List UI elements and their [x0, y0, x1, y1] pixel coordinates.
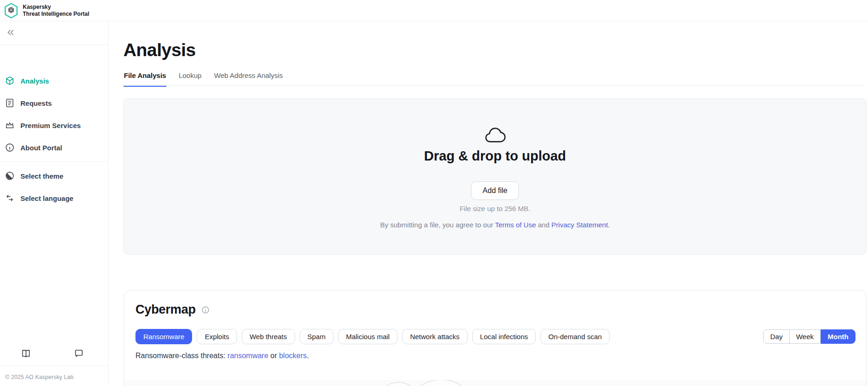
sidebar-item-requests[interactable]: Requests [0, 92, 108, 114]
terms-of-use-link[interactable]: Terms of Use [495, 221, 536, 229]
document-icon [5, 98, 15, 108]
agreement-prefix: By submitting a file, you agree to our [380, 221, 495, 229]
sidebar-item-label: Analysis [20, 77, 49, 85]
description-prefix: Ransomware-class threats: [135, 352, 227, 360]
file-size-note: File size up to 256 MB. [124, 205, 866, 212]
documentation-button[interactable] [20, 348, 32, 360]
tab-web-address-analysis[interactable]: Web Address Analysis [213, 71, 283, 86]
sidebar-item-about-portal[interactable]: About Portal [0, 136, 108, 159]
dropzone-heading: Drag & drop to upload [124, 148, 866, 164]
chip-spam[interactable]: Spam [300, 329, 334, 344]
brand-name: Kaspersky [23, 4, 89, 11]
globe-arc-shape [406, 380, 476, 386]
file-upload-dropzone[interactable]: Drag & drop to upload Add file File size… [123, 98, 867, 255]
agreement-suffix: . [608, 221, 610, 229]
sidebar: Analysis Requests Premium Services About… [0, 21, 109, 386]
chip-malicious-mail[interactable]: Malicious mail [338, 329, 398, 344]
feedback-button[interactable] [73, 348, 84, 360]
period-toggle: Day Week Month [763, 329, 855, 344]
sidebar-item-label: Requests [20, 99, 52, 107]
cube-icon [5, 76, 15, 86]
sidebar-item-label: About Portal [20, 144, 62, 152]
agreement-and: and [536, 221, 551, 229]
blockers-link[interactable]: blockers [279, 352, 307, 360]
chip-local-infections[interactable]: Local infections [472, 329, 536, 344]
sidebar-item-label: Select language [20, 194, 73, 202]
tab-file-analysis[interactable]: File Analysis [123, 71, 167, 86]
ransomware-link[interactable]: ransomware [227, 352, 268, 360]
double-chevron-left-icon [6, 29, 15, 36]
cybermap-globe-preview [124, 380, 866, 386]
theme-icon [5, 171, 15, 181]
cybermap-title: Cybermap [135, 302, 196, 317]
sidebar-collapse-button[interactable] [5, 27, 17, 39]
chip-on-demand-scan[interactable]: On-demand scan [540, 329, 610, 344]
crown-icon [5, 120, 15, 130]
sidebar-divider [0, 161, 108, 162]
agreement-text: By submitting a file, you agree to our T… [124, 221, 866, 229]
brand-product: Threat Intelligence Portal [23, 11, 89, 18]
sidebar-item-select-theme[interactable]: Select theme [0, 165, 108, 187]
chat-bubble-icon [74, 348, 84, 359]
period-week[interactable]: Week [790, 329, 821, 344]
chip-web-threats[interactable]: Web threats [242, 329, 295, 344]
info-icon [5, 142, 15, 153]
cybermap-description: Ransomware-class threats: ransomware or … [135, 352, 309, 360]
period-day[interactable]: Day [763, 329, 790, 344]
tabs-divider [123, 85, 866, 86]
cloud-upload-icon [484, 127, 506, 143]
app-header: Kaspersky Threat Intelligence Portal [0, 0, 868, 21]
sidebar-divider [0, 45, 108, 45]
kaspersky-logo[interactable]: Kaspersky Threat Intelligence Portal [4, 2, 89, 19]
copyright-text: © 2025 AO Kaspersky Lab [5, 374, 74, 380]
chip-network-attacks[interactable]: Network attacks [402, 329, 468, 344]
language-icon [5, 193, 15, 203]
main-content: Analysis File Analysis Lookup Web Addres… [109, 21, 868, 386]
cybermap-card: Cybermap Ransomware Exploits Web threats… [124, 290, 867, 386]
tab-lookup[interactable]: Lookup [178, 71, 202, 86]
period-month[interactable]: Month [821, 329, 855, 344]
analysis-tabs: File Analysis Lookup Web Address Analysi… [123, 71, 283, 86]
kaspersky-hexagon-icon [4, 2, 19, 19]
privacy-statement-link[interactable]: Privacy Statement [552, 221, 608, 229]
sidebar-item-label: Premium Services [20, 122, 81, 129]
sidebar-item-analysis[interactable]: Analysis [0, 70, 108, 92]
book-icon [21, 348, 31, 359]
sidebar-divider [0, 366, 108, 366]
page-title: Analysis [123, 40, 196, 60]
description-mid: or [268, 352, 279, 360]
chip-ransomware[interactable]: Ransomware [135, 329, 192, 344]
globe-arc-shape [378, 382, 419, 386]
sidebar-item-label: Select theme [20, 172, 64, 180]
chip-exploits[interactable]: Exploits [197, 329, 237, 344]
sidebar-item-premium-services[interactable]: Premium Services [0, 114, 108, 136]
description-suffix: . [307, 352, 309, 360]
info-icon[interactable] [201, 306, 210, 314]
sidebar-item-select-language[interactable]: Select language [0, 187, 108, 209]
add-file-button[interactable]: Add file [471, 181, 519, 200]
threat-filter-chips: Ransomware Exploits Web threats Spam Mal… [135, 329, 610, 344]
